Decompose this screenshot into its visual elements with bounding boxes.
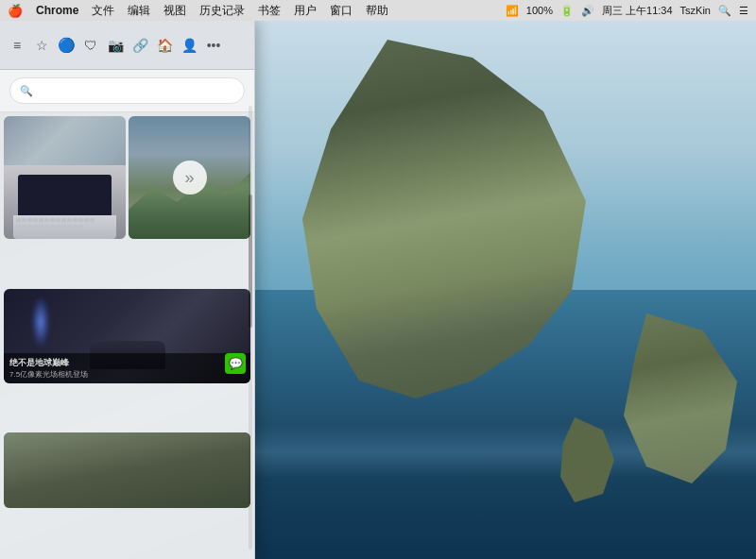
battery-label: 100% xyxy=(526,5,553,16)
forward-chevron-icon: » xyxy=(184,168,194,188)
thumbnail-laptop[interactable] xyxy=(4,116,126,239)
menu-file[interactable]: 文件 xyxy=(92,3,114,19)
browser-window: ≡ ☆ 🔵 🛡 📷 🔗 🏠 👤 ••• 🔍 xyxy=(0,21,255,559)
search-bar[interactable]: 🔍 xyxy=(9,77,245,104)
toolbar-camera-icon[interactable]: 📷 xyxy=(106,36,125,55)
control-center-icon[interactable]: ☰ xyxy=(739,5,748,17)
search-bar-container: 🔍 xyxy=(0,70,254,112)
video-subtitle: 7.5亿像素光场相机登场 xyxy=(9,369,245,380)
island-scene xyxy=(255,21,756,559)
thumbnail-area: » 绝不是地球巅峰 7.5亿像素光场相机登场 💬 xyxy=(0,112,254,559)
app-name[interactable]: Chrome xyxy=(36,4,78,17)
video-thumb-bg: 绝不是地球巅峰 7.5亿像素光场相机登场 💬 xyxy=(4,289,250,383)
laptop-desk xyxy=(4,165,126,239)
menu-history[interactable]: 历史记录 xyxy=(199,3,245,19)
volume-icon: 🔊 xyxy=(581,5,594,17)
battery-icon: 🔋 xyxy=(560,5,574,17)
video-caption: 绝不是地球巅峰 7.5亿像素光场相机登场 xyxy=(4,353,250,383)
toolbar-link-icon[interactable]: 🔗 xyxy=(130,36,149,55)
toolbar-bookmark-icon[interactable]: ☆ xyxy=(32,36,51,55)
menu-help[interactable]: 帮助 xyxy=(366,3,388,19)
menu-edit[interactable]: 编辑 xyxy=(128,3,150,19)
video-title: 绝不是地球巅峰 xyxy=(9,357,245,369)
toolbar-shield-icon[interactable]: 🛡 xyxy=(81,36,100,55)
apple-menu[interactable]: 🍎 xyxy=(8,4,23,18)
toolbar-more-icon[interactable]: ••• xyxy=(204,36,223,55)
search-icon: 🔍 xyxy=(20,85,33,97)
menu-bar-right: 📶 100% 🔋 🔊 周三 上午11:34 TszKin 🔍 ☰ xyxy=(506,4,748,18)
menu-bar-left: 🍎 Chrome 文件 编辑 视图 历史记录 书签 用户 窗口 帮助 xyxy=(8,3,388,19)
chrome-toolbar: ≡ ☆ 🔵 🛡 📷 🔗 🏠 👤 ••• xyxy=(0,21,254,70)
toolbar-home-icon[interactable]: 🏠 xyxy=(155,36,174,55)
scrollbar[interactable] xyxy=(249,106,252,550)
toolbar-chrome-icon[interactable]: 🔵 xyxy=(57,36,76,55)
toolbar-profile-icon[interactable]: 👤 xyxy=(180,36,198,55)
scrollbar-thumb[interactable] xyxy=(249,195,252,328)
forward-arrow-overlay: » xyxy=(173,161,207,195)
menu-bookmarks[interactable]: 书签 xyxy=(258,3,281,19)
datetime-label: 周三 上午11:34 xyxy=(602,4,673,18)
menu-user[interactable]: 用户 xyxy=(294,3,317,19)
menu-window[interactable]: 窗口 xyxy=(330,3,352,19)
menu-view[interactable]: 视图 xyxy=(163,3,186,19)
glowing-figure xyxy=(32,298,49,346)
thumbnail-video[interactable]: 绝不是地球巅峰 7.5亿像素光场相机登场 💬 xyxy=(4,289,250,383)
user-label: TszKin xyxy=(680,5,711,16)
search-menu-icon[interactable]: 🔍 xyxy=(718,5,731,17)
thumbnail-forest[interactable] xyxy=(4,432,250,508)
wechat-badge: 💬 xyxy=(225,353,246,374)
laptop-keyboard xyxy=(13,215,116,239)
menu-bar: 🍎 Chrome 文件 编辑 视图 历史记录 书签 用户 窗口 帮助 📶 100… xyxy=(0,0,756,21)
wechat-icon: 💬 xyxy=(229,357,243,370)
thumbnail-mountain[interactable]: » xyxy=(129,116,250,239)
toolbar-menu-icon[interactable]: ≡ xyxy=(8,36,26,55)
wifi-icon: 📶 xyxy=(506,5,519,17)
